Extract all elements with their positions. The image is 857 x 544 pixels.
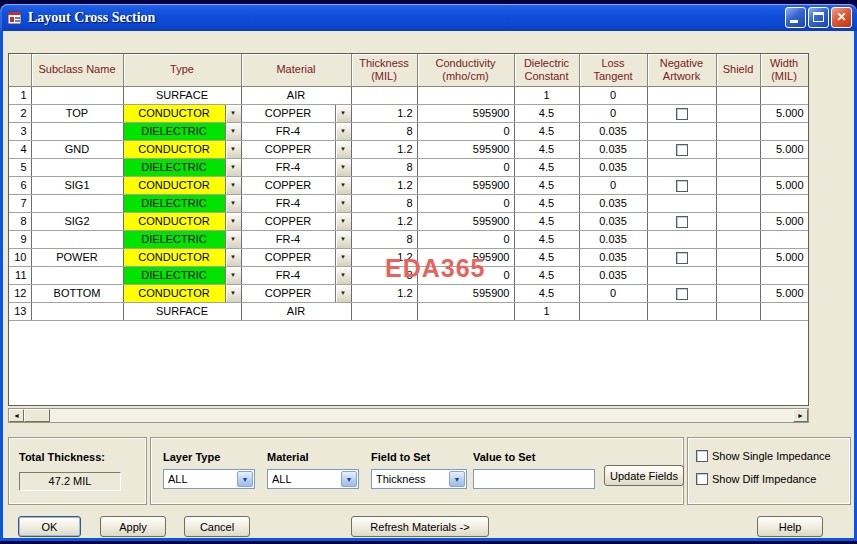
dielectric-constant-cell[interactable]: 4.5 <box>514 104 579 122</box>
conductivity-cell[interactable]: 0 <box>417 122 514 140</box>
material-value[interactable]: FR-4 <box>242 267 335 284</box>
thickness-cell[interactable] <box>351 86 417 104</box>
dielectric-constant-cell[interactable]: 1 <box>514 86 579 104</box>
material-cell[interactable]: COPPER▼ <box>241 248 351 266</box>
shield-cell[interactable] <box>716 122 760 140</box>
type-dropdown-button[interactable]: ▼ <box>225 177 241 194</box>
thickness-cell[interactable]: 8 <box>351 158 417 176</box>
material-value[interactable]: COPPER <box>242 141 335 158</box>
material-dropdown-button[interactable]: ▼ <box>335 213 351 230</box>
width-cell[interactable]: 5.000 <box>760 212 808 230</box>
type-cell[interactable]: CONDUCTOR▼ <box>123 248 241 266</box>
conductivity-cell[interactable]: 0 <box>417 266 514 284</box>
thickness-cell[interactable]: 1.2 <box>351 104 417 122</box>
loss-tangent-cell[interactable]: 0.035 <box>579 212 647 230</box>
material-cell[interactable]: FR-4▼ <box>241 122 351 140</box>
negative-artwork-cell[interactable] <box>647 104 716 122</box>
subclass-name-cell[interactable]: BOTTOM <box>31 284 123 302</box>
shield-cell[interactable] <box>716 248 760 266</box>
type-dropdown-button[interactable]: ▼ <box>225 123 241 140</box>
type-value[interactable]: SURFACE <box>124 303 241 320</box>
show-single-impedance-option[interactable]: Show Single Impedance <box>696 450 831 462</box>
material-select[interactable]: ALL ▼ <box>267 469 359 489</box>
material-value[interactable]: FR-4 <box>242 159 335 176</box>
negative-artwork-cell[interactable] <box>647 140 716 158</box>
width-cell[interactable]: 5.000 <box>760 284 808 302</box>
shield-cell[interactable] <box>716 176 760 194</box>
type-dropdown-button[interactable]: ▼ <box>225 141 241 158</box>
subclass-name-cell[interactable]: POWER <box>31 248 123 266</box>
dielectric-constant-cell[interactable]: 1 <box>514 302 579 320</box>
material-cell[interactable]: COPPER▼ <box>241 104 351 122</box>
width-cell[interactable]: 5.000 <box>760 176 808 194</box>
conductivity-cell[interactable] <box>417 302 514 320</box>
material-value[interactable]: FR-4 <box>242 195 335 212</box>
conductivity-cell[interactable]: 595900 <box>417 176 514 194</box>
dielectric-constant-cell[interactable]: 4.5 <box>514 212 579 230</box>
material-dropdown-button[interactable]: ▼ <box>335 267 351 284</box>
loss-tangent-cell[interactable]: 0.035 <box>579 266 647 284</box>
conductivity-cell[interactable]: 595900 <box>417 212 514 230</box>
material-dropdown-button[interactable]: ▼ <box>335 195 351 212</box>
material-cell[interactable]: COPPER▼ <box>241 140 351 158</box>
chevron-down-icon[interactable]: ▼ <box>237 471 253 487</box>
dielectric-constant-cell[interactable]: 4.5 <box>514 176 579 194</box>
loss-tangent-cell[interactable]: 0.035 <box>579 158 647 176</box>
material-value[interactable]: FR-4 <box>242 123 335 140</box>
negative-artwork-checkbox[interactable] <box>676 288 688 300</box>
type-cell[interactable]: DIELECTRIC▼ <box>123 230 241 248</box>
width-cell[interactable]: 5.000 <box>760 140 808 158</box>
width-cell[interactable] <box>760 86 808 104</box>
width-cell[interactable] <box>760 230 808 248</box>
type-cell[interactable]: SURFACE <box>123 86 241 104</box>
type-cell[interactable]: CONDUCTOR▼ <box>123 104 241 122</box>
help-button[interactable]: Help <box>757 516 823 537</box>
loss-tangent-cell[interactable]: 0 <box>579 86 647 104</box>
negative-artwork-cell[interactable] <box>647 248 716 266</box>
type-cell[interactable]: DIELECTRIC▼ <box>123 266 241 284</box>
material-cell[interactable]: COPPER▼ <box>241 284 351 302</box>
conductivity-cell[interactable]: 595900 <box>417 140 514 158</box>
subclass-name-cell[interactable] <box>31 158 123 176</box>
shield-cell[interactable] <box>716 194 760 212</box>
shield-cell[interactable] <box>716 302 760 320</box>
material-cell[interactable]: COPPER▼ <box>241 212 351 230</box>
negative-artwork-checkbox[interactable] <box>676 252 688 264</box>
material-value[interactable]: COPPER <box>242 249 335 266</box>
material-cell[interactable]: FR-4▼ <box>241 266 351 284</box>
shield-cell[interactable] <box>716 230 760 248</box>
thickness-cell[interactable]: 8 <box>351 194 417 212</box>
show-diff-impedance-checkbox[interactable] <box>696 473 708 485</box>
close-button[interactable]: ✕ <box>831 7 852 28</box>
subclass-name-cell[interactable] <box>31 122 123 140</box>
material-dropdown-button[interactable]: ▼ <box>335 123 351 140</box>
update-fields-button[interactable]: Update Fields <box>604 465 684 486</box>
type-dropdown-button[interactable]: ▼ <box>225 213 241 230</box>
field-to-set-select[interactable]: Thickness ▼ <box>371 469 467 489</box>
type-value[interactable]: CONDUCTOR <box>124 285 225 302</box>
ok-button[interactable]: OK <box>18 516 81 537</box>
dielectric-constant-cell[interactable]: 4.5 <box>514 266 579 284</box>
subclass-name-cell[interactable]: GND <box>31 140 123 158</box>
refresh-materials-button[interactable]: Refresh Materials -> <box>351 516 489 537</box>
type-value[interactable]: DIELECTRIC <box>124 123 225 140</box>
type-value[interactable]: DIELECTRIC <box>124 231 225 248</box>
conductivity-cell[interactable]: 595900 <box>417 284 514 302</box>
material-dropdown-button[interactable]: ▼ <box>335 177 351 194</box>
type-value[interactable]: CONDUCTOR <box>124 213 225 230</box>
scroll-left-arrow-icon[interactable]: ◄ <box>9 409 24 422</box>
dielectric-constant-cell[interactable]: 4.5 <box>514 284 579 302</box>
negative-artwork-cell[interactable] <box>647 284 716 302</box>
loss-tangent-cell[interactable]: 0.035 <box>579 194 647 212</box>
subclass-name-cell[interactable] <box>31 266 123 284</box>
scroll-thumb[interactable] <box>24 409 50 422</box>
dielectric-constant-cell[interactable]: 4.5 <box>514 194 579 212</box>
width-cell[interactable]: 5.000 <box>760 104 808 122</box>
value-to-set-input[interactable] <box>473 469 595 489</box>
material-dropdown-button[interactable]: ▼ <box>335 285 351 302</box>
subclass-name-cell[interactable]: SIG1 <box>31 176 123 194</box>
shield-cell[interactable] <box>716 140 760 158</box>
type-value[interactable]: CONDUCTOR <box>124 141 225 158</box>
type-value[interactable]: CONDUCTOR <box>124 249 225 266</box>
subclass-name-cell[interactable] <box>31 194 123 212</box>
